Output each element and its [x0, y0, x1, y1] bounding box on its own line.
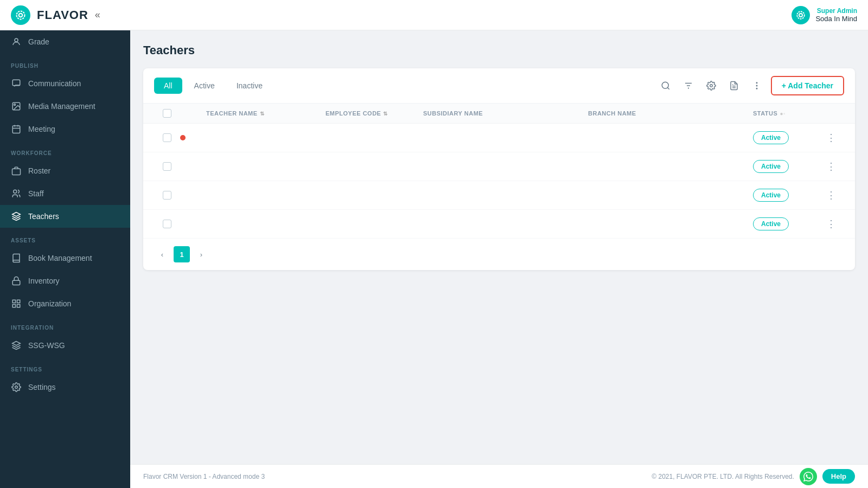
row-more-btn[interactable]: ⋮ — [818, 189, 844, 201]
table-row: Active ⋮ — [143, 124, 855, 152]
logo-icon — [11, 5, 30, 25]
footer-copyright: © 2021, FLAVOR PTE. LTD. All Rights Rese… — [652, 473, 794, 480]
sidebar-item-label: Meeting — [28, 125, 55, 133]
table-row: Active ⋮ — [143, 210, 855, 239]
row-checkbox-cell — [154, 162, 180, 171]
sidebar-item-inventory[interactable]: Inventory — [0, 269, 130, 292]
section-label-workforce: WORKFORCE — [0, 140, 130, 159]
export-icon-btn[interactable] — [725, 77, 743, 94]
svg-point-7 — [14, 104, 16, 106]
sidebar-item-label: SSG-WSG — [28, 341, 65, 350]
add-teacher-button[interactable]: + Add Teacher — [771, 76, 844, 95]
svg-point-3 — [797, 11, 805, 19]
row-checkbox[interactable] — [163, 162, 171, 171]
svg-point-27 — [756, 88, 757, 89]
th-branch-name: BRANCH NAME — [588, 109, 753, 118]
table-header: TEACHER NAME ⇅ EMPLOYEE CODE ⇅ SUBSIDIAR… — [143, 104, 855, 124]
sidebar-item-media-management[interactable]: Media Management — [0, 95, 130, 118]
page-1-btn[interactable]: 1 — [174, 246, 190, 262]
status-badge: Active — [753, 160, 789, 173]
section-label-publish: PUBLISH — [0, 53, 130, 72]
layers-icon — [11, 340, 22, 351]
svg-point-2 — [799, 14, 802, 17]
users-icon — [11, 188, 22, 199]
sidebar-item-teachers[interactable]: Teachers — [0, 205, 130, 228]
svg-point-10 — [14, 190, 17, 193]
filter-icon-btn[interactable] — [680, 77, 697, 94]
user-role: Super Admin — [815, 7, 857, 15]
svg-rect-5 — [12, 80, 20, 86]
next-page-btn[interactable]: › — [193, 246, 209, 262]
sidebar-item-settings[interactable]: Settings — [0, 376, 130, 399]
section-label-assets: ASSETS — [0, 228, 130, 247]
svg-point-0 — [19, 13, 23, 17]
row-checkbox-cell — [154, 220, 180, 228]
sidebar-item-meeting[interactable]: Meeting — [0, 118, 130, 140]
search-icon-btn[interactable] — [657, 77, 674, 94]
svg-rect-15 — [17, 305, 20, 307]
svg-point-17 — [15, 386, 18, 389]
settings-icon-btn[interactable] — [703, 77, 720, 94]
row-checkbox[interactable] — [163, 133, 171, 142]
svg-rect-9 — [12, 169, 21, 175]
sidebar-item-label: Staff — [28, 189, 44, 198]
sidebar-item-label: Roster — [28, 166, 50, 175]
layout: Grade PUBLISH Communication Media Manage… — [0, 30, 868, 488]
status-badge: Active — [753, 189, 789, 202]
sidebar-item-grade[interactable]: Grade — [0, 30, 130, 53]
teachers-card: All Active Inactive — [143, 68, 855, 270]
collapse-icon[interactable]: « — [95, 9, 100, 21]
row-more-btn[interactable]: ⋮ — [818, 218, 844, 230]
more-icon-btn[interactable] — [748, 77, 765, 94]
pagination: ‹ 1 › — [143, 239, 855, 270]
tab-inactive[interactable]: Inactive — [227, 78, 272, 94]
footer-version: Flavor CRM Version 1 - Advanced mode 3 — [143, 473, 265, 480]
sidebar-item-ssg-wsg[interactable]: SSG-WSG — [0, 334, 130, 357]
sidebar-item-label: Settings — [28, 383, 56, 391]
header-left: FLAVOR « — [11, 5, 100, 25]
sort-icon[interactable]: ⇅ — [260, 111, 265, 117]
status-badge: Active — [753, 217, 789, 230]
media-icon — [11, 101, 22, 112]
grid-icon — [11, 298, 22, 309]
red-dot — [180, 135, 186, 140]
tab-bar: All Active Inactive — [143, 68, 855, 104]
row-status: Active — [753, 189, 818, 202]
prev-page-btn[interactable]: ‹ — [154, 246, 170, 262]
person-icon — [11, 36, 22, 47]
sidebar-item-organization[interactable]: Organization — [0, 292, 130, 315]
help-btn[interactable]: Help — [822, 469, 855, 484]
svg-point-22 — [710, 85, 712, 87]
header-checkbox[interactable] — [163, 109, 171, 118]
sidebar-item-label: Book Management — [28, 254, 92, 262]
th-subsidiary-name: SUBSIDIARY NAME — [423, 109, 588, 118]
tab-actions: + Add Teacher — [657, 76, 844, 95]
svg-rect-12 — [12, 300, 15, 303]
row-status: Active — [753, 131, 818, 144]
th-dot — [180, 109, 206, 118]
chat-icon — [11, 78, 22, 89]
tab-active[interactable]: Active — [184, 78, 225, 94]
th-actions — [818, 109, 844, 118]
sort-icon[interactable]: ⇅ — [383, 111, 388, 117]
footer: Flavor CRM Version 1 - Advanced mode 3 ©… — [130, 464, 868, 488]
sidebar-item-book-management[interactable]: Book Management — [0, 247, 130, 269]
sidebar-item-staff[interactable]: Staff — [0, 182, 130, 205]
table-row: Active ⋮ — [143, 152, 855, 181]
row-more-btn[interactable]: ⋮ — [818, 160, 844, 172]
tab-all[interactable]: All — [154, 78, 182, 94]
th-employee-code: EMPLOYEE CODE ⇅ — [326, 109, 423, 118]
briefcase-icon — [11, 165, 22, 176]
row-checkbox-cell — [154, 133, 180, 142]
row-checkbox[interactable] — [163, 191, 171, 200]
gear-icon — [11, 382, 22, 393]
sidebar-item-label: Media Management — [28, 102, 95, 111]
sidebar-item-roster[interactable]: Roster — [0, 159, 130, 182]
sidebar-item-communication[interactable]: Communication — [0, 72, 130, 95]
row-more-btn[interactable]: ⋮ — [818, 132, 844, 144]
content-area: Teachers All Active Inactive — [130, 30, 868, 464]
row-checkbox[interactable] — [163, 220, 171, 228]
svg-rect-8 — [12, 126, 20, 133]
whatsapp-btn[interactable] — [800, 468, 817, 485]
th-status: STATUS ●◦ — [753, 109, 818, 118]
